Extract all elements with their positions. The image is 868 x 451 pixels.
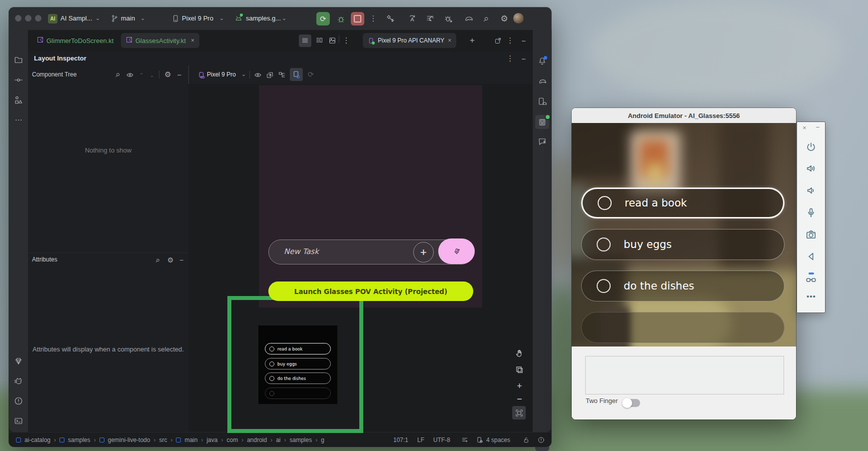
live-updates-toggle-button[interactable] [290,68,303,81]
attributes-search-icon[interactable]: ⌕ [153,255,163,265]
volume-up-icon[interactable] [806,163,818,175]
run-options-more-icon[interactable]: ⋮ [370,14,377,24]
add-device-tab-icon[interactable]: + [468,35,477,46]
commit-tool-icon[interactable] [13,74,24,86]
rerun-button[interactable]: ⟳ [316,12,330,26]
notifications-bell-icon[interactable] [537,56,548,66]
breadcrumb-item[interactable]: ai-catalog [24,436,50,444]
file-encoding[interactable]: UTF-8 [433,436,450,444]
more-options-icon[interactable]: ••• [807,292,816,300]
glasses-icon[interactable] [806,274,818,286]
device-panel-more-icon[interactable]: ⋮ [507,36,514,46]
refresh-a-icon[interactable] [407,14,418,24]
back-icon[interactable] [806,251,818,263]
resource-manager-icon[interactable] [13,356,24,366]
cursor-position[interactable]: 107:1 [393,436,408,444]
emulator-title-bar[interactable]: Android Emulator - AI_Glasses:5556 [572,108,796,123]
view-options-eye-icon[interactable] [125,70,135,80]
panel-hide-icon[interactable]: − [520,54,528,64]
more-tools-icon[interactable]: ⋯ [13,114,24,126]
collapse-all-icon[interactable]: ⌄ [148,70,156,80]
close-tab-icon[interactable]: × [191,37,194,44]
breadcrumb-item[interactable]: java [206,436,217,444]
zoom-out-icon[interactable]: − [513,393,526,406]
search-everywhere-icon[interactable]: ⌕ [481,13,492,24]
todo-pill-selected[interactable]: read a book [581,188,785,218]
indent-size[interactable]: 4 spaces [486,436,510,444]
attributes-gear-icon[interactable]: ⚙ [165,255,175,265]
project-selector[interactable]: AI Sampl... [60,14,92,22]
editor-view-mode-split-icon[interactable] [314,36,325,46]
editor-view-mode-list-button[interactable] [299,34,311,47]
hide-panel-icon[interactable]: − [520,36,528,46]
run-dashboard-icon[interactable] [425,14,436,24]
camera-icon[interactable] [806,229,818,241]
user-avatar[interactable] [513,13,524,24]
device-selector-label[interactable]: Pixel 9 Pro [207,71,236,78]
todo-pill[interactable]: buy eggs [581,229,785,260]
line-separator[interactable]: LF [417,436,424,444]
settings-gear-icon[interactable]: ⚙ [499,13,510,24]
minimize-icon[interactable]: − [816,123,820,131]
power-icon[interactable] [806,142,818,154]
breadcrumb-item[interactable]: gemini-live-todo [108,436,150,444]
breadcrumb-item[interactable]: ai [276,436,280,444]
expand-all-icon[interactable]: ⌃ [137,70,145,80]
layout-mode-icon[interactable] [277,70,287,80]
breadcrumb-item[interactable]: samples [68,436,90,444]
minimize-window-button[interactable] [25,15,31,22]
phone-screen-mirror[interactable]: New Task + [259,85,482,308]
voice-input-button[interactable] [438,238,475,264]
editor-view-mode-design-icon[interactable] [327,36,338,46]
tree-hide-icon[interactable]: − [175,70,183,80]
breadcrumb-item[interactable]: main [184,436,197,444]
refresh-layout-icon[interactable]: ⟳ [306,70,316,80]
inspections-status-icon[interactable] [537,436,546,444]
problems-tool-icon[interactable] [13,396,24,406]
todo-pill[interactable]: do the dishes [581,270,785,302]
breadcrumb-item[interactable]: g [321,436,324,444]
mini-todo-pill[interactable]: do the dishes [265,372,331,384]
launch-glasses-pov-button[interactable]: Launch Glasses POV Activity (Projected) [268,282,473,301]
terminal-tool-icon[interactable] [13,416,24,426]
profiler-tool-icon[interactable] [13,376,24,386]
target-device-selector[interactable]: Pixel 9 Pro [182,14,213,22]
editor-tab-glassesactivity[interactable]: GlassesActivity.kt × [121,33,199,48]
emulator-screen[interactable]: read a book buy eggs do the dishes [572,123,796,346]
breadcrumb-item[interactable]: src [159,436,167,444]
device-manager-icon[interactable] [537,96,548,107]
3d-mode-layers-icon[interactable] [513,364,526,376]
branch-selector[interactable]: main [121,14,135,22]
breadcrumb-item[interactable]: com [226,436,238,444]
mirror-view-eye-icon[interactable] [253,70,263,80]
attributes-hide-icon[interactable]: − [177,255,185,265]
two-finger-toggle[interactable] [623,399,640,407]
tree-settings-gear-icon[interactable]: ⚙ [163,70,173,80]
mini-todo-pill[interactable]: buy eggs [265,358,331,370]
zoom-to-fit-button[interactable] [512,406,526,420]
gradle-tool-icon[interactable] [537,76,548,86]
editor-more-options-icon[interactable]: ⋮ [343,36,350,46]
mini-todo-pill[interactable]: read a book [265,343,331,354]
add-task-button[interactable]: + [413,242,434,262]
running-device-tab[interactable]: Pixel 9 Pro API CANARY × [363,33,456,48]
tree-search-icon[interactable]: ⌕ [113,70,123,80]
close-window-button[interactable] [15,15,21,22]
open-in-new-window-icon[interactable] [493,36,503,46]
zoom-window-button[interactable] [35,15,41,22]
zoom-in-icon[interactable]: + [513,380,526,392]
structure-tool-icon[interactable] [13,94,24,106]
running-devices-tool-button[interactable] [535,115,549,129]
stop-button[interactable] [351,12,364,26]
unlocked-icon[interactable] [522,436,531,444]
microphone-icon[interactable] [806,207,818,219]
debug-icon[interactable] [336,14,346,24]
breadcrumb-item[interactable]: android [247,436,267,444]
close-device-tab-icon[interactable]: × [448,37,451,44]
close-icon[interactable]: × [803,124,807,132]
run-configuration-selector[interactable]: samples.g... [246,14,281,22]
breadcrumb-item[interactable]: samples [290,436,312,444]
volume-down-icon[interactable] [806,185,818,197]
indent-style-icon[interactable] [460,436,469,444]
device-settings-icon[interactable] [475,436,484,444]
